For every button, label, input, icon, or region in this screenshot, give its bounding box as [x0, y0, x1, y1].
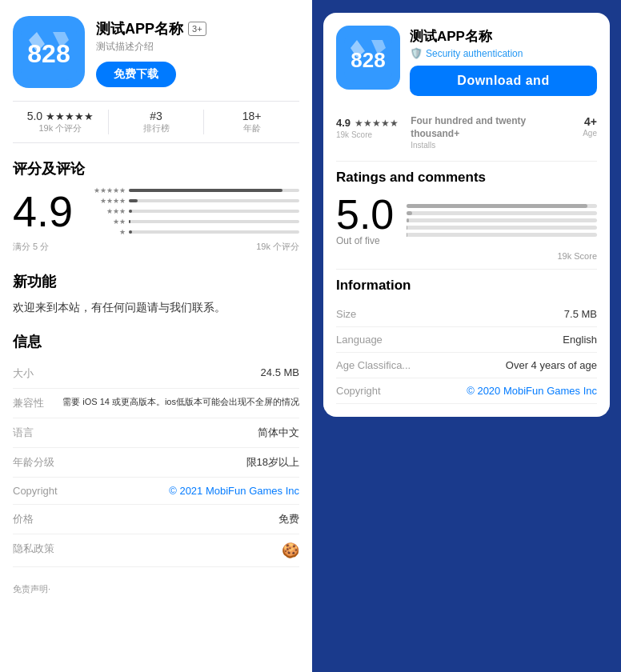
right-bars [407, 204, 597, 237]
right-bar-3 [407, 218, 597, 222]
rating-big-row-left: 4.9 ★★★★★ ★★★★ ★★★ ★★ [13, 186, 299, 236]
download-button-right[interactable]: Download and [410, 66, 597, 96]
info-row-age: 年龄分级 限18岁以上 [13, 448, 299, 478]
shield-icon: 🛡️ [410, 47, 423, 59]
info-label-lang: 语言 [13, 426, 61, 440]
info-row-lang: 语言 简体中文 [13, 418, 299, 448]
age-badge-left: 3+ [188, 22, 206, 36]
age-label-right: Age [583, 129, 597, 138]
info-label-copyright: Copyright [13, 485, 61, 497]
right-value-lang: English [563, 334, 597, 346]
right-panel: 828 测试APP名称 🛡️ Security authentication D… [312, 0, 621, 672]
right-label-size: Size [336, 308, 356, 320]
divider-2 [336, 269, 597, 270]
stat-rank-left: #3 排行榜 [108, 110, 204, 134]
right-value-copyright: © 2020 MobiFun Games Inc [467, 385, 597, 397]
right-info-age: Age Classifica... Over 4 years of age [336, 353, 597, 378]
ratings-row-right: 5.0 Out of five [336, 194, 597, 246]
info-row-price: 价格 免费 [13, 505, 299, 534]
info-label-size: 大小 [13, 366, 61, 381]
right-rating-label: 19k Score [336, 130, 403, 139]
info-row-compat: 兼容性 需要 iOS 14 或更高版本。ios低版本可能会出现不全屏的情况 [13, 389, 299, 418]
rank-sub-left: 排行榜 [143, 122, 170, 134]
right-label-age: Age Classifica... [336, 359, 411, 371]
ratings-title-right: Ratings and comments [336, 170, 597, 186]
right-label-lang: Language [336, 334, 383, 346]
new-features-text: 欢迎来到本站，有任何问题请与我们联系。 [13, 299, 299, 316]
rating-label-left: 满分 5 分 [13, 241, 49, 253]
app-subtitle-left: 测试描述介绍 [96, 40, 206, 54]
stat-installs-right: Four hundred and twenty thousand+ Instal… [411, 115, 543, 150]
rank-value-left: #3 [150, 110, 162, 122]
info-section-left: 信息 大小 24.5 MB 兼容性 需要 iOS 14 或更高版本。ios低版本… [13, 332, 299, 567]
bar-row-3: ★★★ [86, 207, 299, 215]
download-button-left[interactable]: 免费下载 [96, 62, 176, 87]
right-ratings-footer: 19k Score [336, 251, 597, 261]
right-bar-4 [407, 211, 597, 215]
right-review-count: 19k Score [557, 251, 597, 261]
rating-sub-left: 19k 个评分 [38, 122, 82, 134]
app-info-right: 测试APP名称 🛡️ Security authentication Downl… [410, 26, 597, 96]
stat-age-right: 4+ Age [543, 115, 597, 150]
app-icon-right: 828 [336, 26, 400, 90]
app-title-row: 测试APP名称 3+ [96, 19, 206, 38]
divider-1 [336, 161, 597, 162]
stats-row-right: 4.9 ★★★★★ 19k Score Four hundred and twe… [336, 106, 597, 153]
info-value-compat: 需要 iOS 14 或更高版本。ios低版本可能会出现不全屏的情况 [61, 396, 299, 410]
right-bar-2 [407, 226, 597, 230]
app-info-left: 测试APP名称 3+ 测试描述介绍 免费下载 [96, 16, 206, 87]
info-row-copyright: Copyright © 2021 MobiFun Games Inc [13, 478, 299, 505]
ratings-title-left: 评分及评论 [13, 159, 299, 178]
info-value-price: 免费 [61, 512, 299, 526]
stat-age-left: 18+ 年龄 [203, 110, 299, 134]
right-value-size: 7.5 MB [564, 308, 597, 320]
security-badge: 🛡️ Security authentication [410, 47, 597, 59]
info-value-age: 限18岁以上 [61, 455, 299, 470]
bar-row-1: ★ [86, 228, 299, 236]
right-bar-5 [407, 204, 597, 208]
rating-bars-left: ★★★★★ ★★★★ ★★★ ★★ ★ [86, 186, 299, 236]
bar-row-4: ★★★★ [86, 197, 299, 205]
ratings-section-left: 评分及评论 4.9 ★★★★★ ★★★★ ★★★ ★★ [13, 159, 299, 253]
bar-row-5: ★★★★★ [86, 186, 299, 194]
rating-big-left: 4.9 [13, 190, 73, 233]
right-card: 828 测试APP名称 🛡️ Security authentication D… [323, 13, 610, 417]
right-info-size: Size 7.5 MB [336, 302, 597, 327]
review-count-left: 19k 个评分 [256, 241, 299, 253]
bar-row-2: ★★ [86, 218, 299, 226]
security-text: Security authentication [426, 48, 523, 59]
app-header-left: 828 测试APP名称 3+ 测试描述介绍 免费下载 [13, 16, 299, 88]
left-panel: 828 测试APP名称 3+ 测试描述介绍 免费下载 5.0 ★★★★★ 19k… [0, 0, 312, 672]
info-label-compat: 兼容性 [13, 396, 61, 410]
age-value-right: 4+ [584, 115, 597, 128]
age-value-left: 18+ [242, 110, 262, 122]
rating-value-left: 5.0 ★★★★★ [27, 110, 94, 122]
right-rating-block: 5.0 Out of five [336, 194, 394, 246]
info-label-privacy: 隐私政策 [13, 542, 61, 559]
rating-footer-left: 满分 5 分 19k 个评分 [13, 241, 299, 253]
new-features-section: 新功能 欢迎来到本站，有任何问题请与我们联系。 [13, 272, 299, 316]
installs-label: Installs [411, 141, 543, 150]
info-title-right: Information [336, 278, 597, 294]
right-info-lang: Language English [336, 327, 597, 353]
right-value-age: Over 4 years of age [506, 359, 597, 371]
app-title-right: 测试APP名称 [410, 27, 597, 46]
info-row-size: 大小 24.5 MB [13, 359, 299, 389]
info-value-privacy[interactable]: 🍪 [61, 542, 299, 559]
info-value-lang: 简体中文 [61, 426, 299, 440]
info-value-copyright: © 2021 MobiFun Games Inc [61, 485, 299, 497]
info-label-price: 价格 [13, 512, 61, 526]
info-value-size: 24.5 MB [61, 366, 299, 381]
info-row-privacy: 隐私政策 🍪 [13, 534, 299, 567]
right-info-copyright: Copyright © 2020 MobiFun Games Inc [336, 378, 597, 404]
disclaimer-left: 免责声明· [13, 583, 299, 595]
info-title-left: 信息 [13, 332, 299, 351]
info-label-age: 年龄分级 [13, 455, 61, 470]
new-features-title: 新功能 [13, 272, 299, 291]
app-icon-left: 828 [13, 16, 85, 88]
stats-row-left: 5.0 ★★★★★ 19k 个评分 #3 排行榜 18+ 年龄 [13, 101, 299, 143]
app-header-right: 828 测试APP名称 🛡️ Security authentication D… [336, 26, 597, 96]
app-title-left: 测试APP名称 [96, 19, 183, 38]
age-sub-left: 年龄 [243, 122, 261, 134]
right-rating-value: 4.9 ★★★★★ [336, 115, 403, 130]
